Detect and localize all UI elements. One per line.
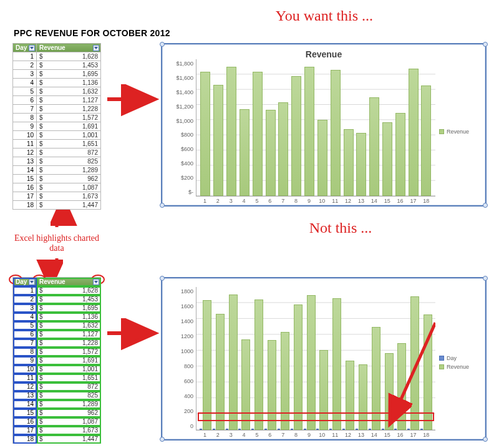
cell-day[interactable]: 1 (13, 286, 37, 295)
cell-day[interactable]: 7 (13, 339, 37, 348)
cell-revenue[interactable]: $1,289 (37, 400, 101, 409)
cell-revenue[interactable]: $1,691 (37, 356, 101, 365)
cell-revenue[interactable]: $1,453 (37, 295, 101, 304)
cell-revenue[interactable]: $1,632 (37, 321, 101, 330)
cell-revenue[interactable]: $1,447 (37, 435, 101, 444)
cell-day[interactable]: 3 (13, 304, 37, 313)
chart-bar (421, 85, 431, 196)
cell-revenue[interactable]: $1,628 (37, 52, 101, 61)
cell-revenue[interactable]: $1,001 (37, 365, 101, 374)
cell-revenue[interactable]: $1,572 (37, 348, 101, 356)
cell-revenue[interactable]: $1,228 (37, 105, 101, 114)
cell-day[interactable]: 8 (13, 348, 37, 356)
filter-icon[interactable] (29, 279, 35, 285)
cell-revenue[interactable]: $1,136 (37, 313, 101, 321)
cell-day[interactable]: 18 (13, 435, 37, 444)
cell-day[interactable]: 4 (13, 313, 37, 321)
chart-handle-icon[interactable] (160, 42, 165, 47)
chart-handle-icon[interactable] (483, 276, 488, 281)
chart-handle-icon[interactable] (483, 42, 488, 47)
chart-handle-icon[interactable] (160, 276, 165, 281)
chart-bar-day (264, 429, 267, 430)
chart-good-yaxis: $1,800$1,600$1,400$1,200$1,000$800$600$4… (167, 59, 196, 204)
cell-day[interactable]: 11 (13, 374, 37, 382)
data-table-2: Day Revenue 1$1,6282$1,4533$1,6954$1,136… (12, 277, 101, 448)
chart-bar-day (356, 429, 358, 430)
cell-revenue[interactable]: $1,651 (37, 140, 101, 149)
cell-revenue[interactable]: $825 (37, 157, 101, 166)
chart-bar (226, 67, 236, 196)
chart-handle-icon[interactable] (160, 437, 165, 442)
cell-revenue[interactable]: $962 (37, 409, 101, 417)
cell-day[interactable]: 9 (13, 356, 37, 365)
cell-day[interactable]: 15 (13, 409, 37, 417)
cell-revenue[interactable]: $1,695 (37, 304, 101, 313)
chart-handle-icon[interactable] (483, 437, 488, 442)
cell-day[interactable]: 16 (13, 417, 37, 426)
col-day-header[interactable]: Day (13, 278, 37, 286)
cell-day[interactable]: 5 (13, 87, 37, 96)
cell-day[interactable]: 12 (13, 382, 37, 391)
chart-handle-icon[interactable] (160, 203, 165, 208)
chart-bar-day (278, 429, 280, 430)
cell-revenue[interactable]: $1,673 (37, 192, 101, 201)
cell-day[interactable]: 4 (13, 79, 37, 87)
cell-revenue[interactable]: $1,127 (37, 330, 101, 339)
col-day-label: Day (16, 44, 27, 51)
cell-revenue[interactable]: $1,673 (37, 426, 101, 435)
cell-day[interactable]: 16 (13, 183, 37, 192)
cell-revenue[interactable]: $1,087 (37, 417, 101, 426)
cell-day[interactable]: 12 (13, 149, 37, 157)
cell-revenue[interactable]: $1,136 (37, 79, 101, 87)
cell-revenue[interactable]: $1,628 (37, 286, 101, 295)
cell-revenue[interactable]: $1,691 (37, 122, 101, 131)
cell-revenue[interactable]: $1,087 (37, 183, 101, 192)
chart-bad[interactable]: 180016001400120010008006004002000 123456… (161, 277, 487, 441)
cell-day[interactable]: 14 (13, 400, 37, 409)
cell-day[interactable]: 15 (13, 175, 37, 183)
cell-revenue[interactable]: $1,228 (37, 339, 101, 348)
cell-day[interactable]: 18 (13, 201, 37, 210)
arrow-down-icon (44, 257, 69, 276)
filter-icon[interactable] (93, 279, 99, 285)
col-day-header[interactable]: Day (13, 44, 37, 52)
cell-day[interactable]: 13 (13, 391, 37, 400)
cell-revenue[interactable]: $825 (37, 391, 101, 400)
chart-handle-icon[interactable] (483, 203, 488, 208)
cell-revenue[interactable]: $1,695 (37, 70, 101, 79)
cell-day[interactable]: 17 (13, 192, 37, 201)
cell-day[interactable]: 17 (13, 426, 37, 435)
cell-day[interactable]: 9 (13, 122, 37, 131)
cell-day[interactable]: 11 (13, 140, 37, 149)
cell-day[interactable]: 5 (13, 321, 37, 330)
cell-revenue[interactable]: $1,289 (37, 166, 101, 175)
cell-day[interactable]: 3 (13, 70, 37, 79)
cell-revenue[interactable]: $1,453 (37, 61, 101, 70)
cell-revenue[interactable]: $872 (37, 382, 101, 391)
cell-revenue[interactable]: $1,632 (37, 87, 101, 96)
cell-day[interactable]: 14 (13, 166, 37, 175)
cell-revenue[interactable]: $1,572 (37, 114, 101, 122)
filter-icon[interactable] (29, 45, 35, 51)
cell-day[interactable]: 6 (13, 96, 37, 105)
cell-revenue[interactable]: $1,447 (37, 201, 101, 210)
cell-day[interactable]: 1 (13, 52, 37, 61)
cell-revenue[interactable]: $1,127 (37, 96, 101, 105)
cell-day[interactable]: 8 (13, 114, 37, 122)
cell-day[interactable]: 10 (13, 365, 37, 374)
cell-day[interactable]: 6 (13, 330, 37, 339)
chart-good[interactable]: Revenue $1,800$1,600$1,400$1,200$1,000$8… (161, 43, 487, 207)
cell-revenue[interactable]: $962 (37, 175, 101, 183)
cell-day[interactable]: 10 (13, 131, 37, 140)
cell-revenue[interactable]: $872 (37, 149, 101, 157)
filter-icon[interactable] (93, 45, 99, 51)
col-revenue-header[interactable]: Revenue (37, 278, 101, 286)
cell-day[interactable]: 2 (13, 61, 37, 70)
col-revenue-header[interactable]: Revenue (37, 44, 101, 52)
cell-day[interactable]: 7 (13, 105, 37, 114)
arrow-up-icon (44, 210, 69, 228)
cell-day[interactable]: 2 (13, 295, 37, 304)
cell-revenue[interactable]: $1,651 (37, 374, 101, 382)
cell-revenue[interactable]: $1,001 (37, 131, 101, 140)
cell-day[interactable]: 13 (13, 157, 37, 166)
